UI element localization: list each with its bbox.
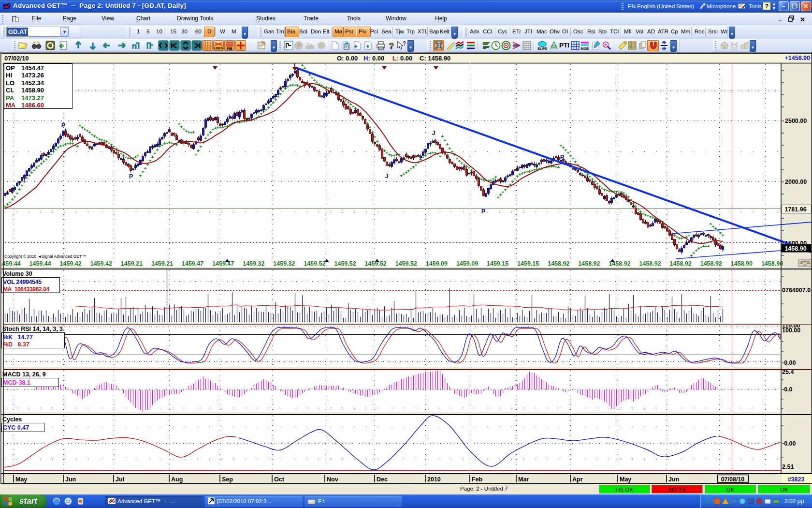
svg-text:CYC 0.47: CYC 0.47 bbox=[3, 424, 29, 431]
svg-text:0.00: 0.00 bbox=[372, 55, 384, 62]
svg-text:1458.90: 1458.90 bbox=[784, 245, 806, 252]
svg-text:%K 14.77: %K 14.77 bbox=[3, 334, 33, 341]
svg-text:1459.42: 1459.42 bbox=[60, 260, 82, 267]
svg-text:Apr: Apr bbox=[572, 476, 583, 483]
svg-text:1458.92: 1458.92 bbox=[700, 260, 722, 267]
svg-text:1458.92: 1458.92 bbox=[670, 260, 692, 267]
svg-text:0.00: 0.00 bbox=[400, 55, 412, 62]
svg-text:MACD 13, 26, 9: MACD 13, 26, 9 bbox=[2, 371, 46, 378]
svg-text:C: 1458.90: C: 1458.90 bbox=[420, 55, 450, 62]
svg-text:Feb: Feb bbox=[472, 476, 483, 483]
svg-text:1458.90: 1458.90 bbox=[731, 260, 753, 267]
svg-text:1473.27: 1473.27 bbox=[21, 94, 44, 102]
svg-text:Stoch RSI 14, 14, 3, 3: Stoch RSI 14, 14, 3, 3 bbox=[2, 326, 63, 332]
svg-text:P: P bbox=[61, 121, 66, 129]
svg-text:1459.44: 1459.44 bbox=[29, 260, 51, 267]
svg-text:1459.15: 1459.15 bbox=[487, 260, 508, 267]
svg-text:1458.90: 1458.90 bbox=[761, 260, 783, 267]
svg-text:LO: LO bbox=[6, 79, 14, 87]
svg-text:H:: H: bbox=[363, 55, 370, 62]
svg-text:%D 8.37: %D 8.37 bbox=[3, 341, 29, 348]
svg-text:1486.60: 1486.60 bbox=[21, 102, 44, 109]
svg-text:1458.92: 1458.92 bbox=[639, 260, 661, 267]
svg-text:?: ? bbox=[403, 40, 406, 47]
svg-text:CL: CL bbox=[6, 87, 14, 94]
svg-text:1459.47: 1459.47 bbox=[182, 260, 203, 267]
svg-text:+1458.90: +1458.90 bbox=[785, 55, 811, 61]
svg-text:Jun: Jun bbox=[668, 476, 679, 483]
svg-text:Sep: Sep bbox=[222, 476, 233, 483]
svg-text:LINES: LINES bbox=[214, 46, 223, 50]
svg-text:1454.47: 1454.47 bbox=[21, 64, 44, 72]
svg-text:1459.52: 1459.52 bbox=[395, 260, 417, 267]
svg-text:1459.52: 1459.52 bbox=[304, 260, 325, 267]
svg-text:07/02/10: 07/02/10 bbox=[4, 55, 29, 62]
svg-text:1459.47: 1459.47 bbox=[212, 260, 234, 267]
svg-text:PA: PA bbox=[6, 94, 14, 102]
svg-text:1459.32: 1459.32 bbox=[273, 260, 295, 267]
svg-text:J: J bbox=[432, 129, 435, 136]
svg-text:1459.09: 1459.09 bbox=[426, 260, 448, 267]
svg-text:1473.26: 1473.26 bbox=[21, 72, 44, 79]
svg-text:Jun: Jun bbox=[65, 476, 76, 483]
svg-text:L:: L: bbox=[392, 55, 398, 62]
svg-text:Cycles: Cycles bbox=[2, 416, 22, 423]
svg-text:J: J bbox=[385, 172, 388, 179]
svg-text:2010: 2010 bbox=[427, 476, 441, 483]
svg-text:100.00: 100.00 bbox=[782, 327, 800, 334]
svg-text:P: P bbox=[129, 173, 133, 180]
svg-text:P: P bbox=[481, 208, 486, 215]
svg-text:07/08/10: 07/08/10 bbox=[721, 476, 745, 483]
svg-text:1459.09: 1459.09 bbox=[456, 260, 478, 267]
svg-text:VOL 24994545: VOL 24994545 bbox=[3, 279, 42, 285]
svg-text:Volume 30: Volume 30 bbox=[2, 270, 32, 277]
svg-text:Nov: Nov bbox=[327, 476, 338, 483]
svg-text:1459.15: 1459.15 bbox=[517, 260, 539, 267]
svg-text:Copyright © 2010 ◄Signal Advan: Copyright © 2010 ◄Signal Advanced GET™ bbox=[4, 254, 86, 259]
svg-text:May: May bbox=[620, 476, 631, 483]
svg-text:MCD-38.1: MCD-38.1 bbox=[3, 379, 30, 386]
svg-text:MOB: MOB bbox=[581, 47, 589, 50]
svg-text:?: ? bbox=[389, 42, 394, 51]
svg-text:MA 106433962.04: MA 106433962.04 bbox=[3, 286, 49, 293]
svg-text:1452.34: 1452.34 bbox=[21, 79, 44, 87]
svg-text:1459.32: 1459.32 bbox=[243, 260, 264, 267]
svg-text:1459.42: 1459.42 bbox=[90, 260, 112, 267]
svg-text:-0.00: -0.00 bbox=[782, 359, 796, 366]
svg-text:FIB: FIB bbox=[227, 47, 232, 50]
svg-text:HI: HI bbox=[6, 72, 12, 79]
svg-text:1458.90: 1458.90 bbox=[21, 87, 44, 94]
svg-text:1459.21: 1459.21 bbox=[151, 260, 173, 267]
svg-text:1458.92: 1458.92 bbox=[609, 260, 630, 267]
svg-text:Oct: Oct bbox=[274, 476, 285, 483]
svg-text:Jul: Jul bbox=[116, 476, 124, 483]
svg-text:#3823: #3823 bbox=[788, 476, 805, 483]
svg-text:2500.00: 2500.00 bbox=[785, 118, 807, 124]
svg-text:Dec: Dec bbox=[377, 476, 388, 483]
svg-text:MA: MA bbox=[6, 102, 16, 109]
svg-text:25.4: 25.4 bbox=[782, 369, 794, 375]
svg-text:May: May bbox=[15, 476, 27, 483]
svg-text:O: 0.00: O: 0.00 bbox=[337, 55, 358, 62]
svg-text:ELIPS: ELIPS bbox=[538, 47, 547, 50]
svg-text:1458.92: 1458.92 bbox=[578, 260, 600, 267]
svg-text:1459.52: 1459.52 bbox=[334, 260, 356, 267]
svg-text:-0.0: -0.0 bbox=[782, 386, 793, 393]
svg-text:2.51: 2.51 bbox=[782, 463, 794, 470]
svg-text:Aug: Aug bbox=[171, 476, 183, 483]
svg-text:OP: OP bbox=[6, 64, 15, 72]
svg-text:0764007.0: 0764007.0 bbox=[782, 287, 811, 294]
svg-text:-0.00: -0.00 bbox=[782, 440, 796, 447]
svg-text:1459.21: 1459.21 bbox=[121, 260, 143, 267]
svg-text:1458.92: 1458.92 bbox=[548, 260, 569, 267]
svg-text:2000.00: 2000.00 bbox=[785, 179, 807, 185]
svg-text:1781.96: 1781.96 bbox=[784, 206, 806, 213]
svg-text:1459.52: 1459.52 bbox=[365, 260, 387, 267]
svg-text:Mar: Mar bbox=[518, 476, 529, 483]
svg-text:P: P bbox=[560, 153, 565, 161]
